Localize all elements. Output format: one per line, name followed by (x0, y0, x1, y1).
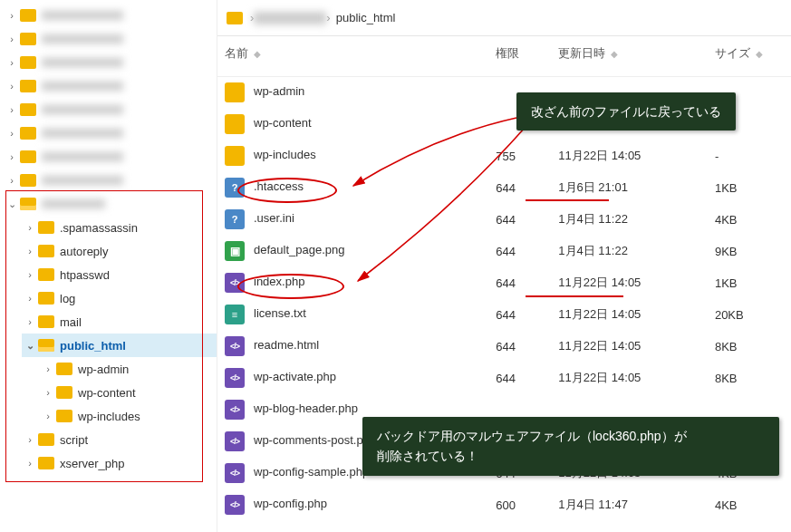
tree-item-wpcontent[interactable]: ›wp-content (40, 381, 217, 404)
col-date[interactable]: 更新日時 ◆ (551, 36, 708, 77)
code-file-icon (225, 273, 245, 293)
tree-item-wpincludes[interactable]: ›wp-includes (40, 404, 217, 428)
file-date: 11月22日 14:05 (551, 267, 708, 299)
tree-item-obscured[interactable]: › (4, 169, 217, 192)
tree-item-label: script (60, 433, 88, 447)
file-name: license.txt (254, 306, 306, 320)
tree-item-wpadmin[interactable]: ›wp-admin (40, 357, 217, 381)
file-row[interactable]: .user.ini6441月4日 11:224KB (217, 204, 791, 236)
file-row[interactable]: index.php64411月22日 14:051KB (217, 267, 791, 299)
folder-icon (20, 56, 36, 69)
sort-icon: ◆ (611, 49, 618, 59)
tree-item-obscured[interactable]: › (4, 98, 217, 121)
folder-icon (56, 410, 72, 422)
col-perm[interactable]: 権限 (488, 36, 551, 77)
file-size: - (708, 140, 791, 172)
tree-item-label: public_html (60, 339, 126, 353)
file-name: wp-comments-post.php (254, 433, 376, 447)
annotation-underline-date2 (526, 295, 623, 297)
tree-item-obscured[interactable]: › (4, 51, 217, 74)
tree-item-autoreply[interactable]: ›autoreply (22, 239, 217, 263)
unknown-file-icon (225, 178, 245, 198)
tree-item-label: wp-admin (78, 363, 129, 376)
breadcrumb: › › public_html (217, 0, 791, 36)
chevron-right-icon: › (5, 151, 18, 162)
chevron-right-icon: › (5, 175, 18, 186)
chevron-right-icon: › (5, 10, 18, 21)
file-row[interactable]: license.txt64411月22日 14:0520KB (217, 299, 791, 331)
file-perm: 644 (488, 236, 551, 267)
image-file-icon (225, 241, 245, 261)
tree-item-label: xserver_php (60, 457, 125, 470)
text-file-icon (225, 305, 245, 324)
col-size[interactable]: サイズ ◆ (708, 36, 791, 77)
tree-item-obscured[interactable]: › (4, 121, 217, 145)
tree-item-label: .spamassassin (60, 221, 138, 235)
col-name[interactable]: 名前 ◆ (217, 36, 488, 77)
tree-item-label: htpasswd (60, 268, 110, 282)
chevron-down-icon: ⌄ (5, 198, 18, 210)
file-name: .user.ini (254, 211, 294, 225)
file-date: 11月22日 14:05 (551, 299, 708, 331)
file-date: 11月22日 14:05 (551, 140, 708, 172)
file-row[interactable]: wp-includes75511月22日 14:05- (217, 140, 791, 172)
tree-item-log[interactable]: ›log (22, 286, 217, 310)
tree-item-script[interactable]: ›script (22, 428, 217, 451)
tree-root[interactable]: ⌄ (4, 192, 217, 216)
file-row[interactable]: wp-activate.php64411月22日 14:058KB (217, 363, 791, 394)
folder-icon (225, 114, 245, 134)
breadcrumb-current[interactable]: public_html (331, 11, 401, 24)
file-name: wp-activate.php (254, 370, 336, 383)
file-name: .htaccess (254, 179, 304, 193)
code-file-icon (225, 336, 245, 356)
folder-icon (20, 103, 36, 116)
chevron-icon: › (24, 434, 36, 445)
tree-item-publichtml[interactable]: ⌄public_html (22, 334, 217, 357)
file-row[interactable]: .htaccess6441月6日 21:011KB (217, 172, 791, 204)
folder-icon (56, 363, 72, 375)
folder-icon (38, 315, 54, 328)
tree-item-htpasswd[interactable]: ›htpasswd (22, 263, 217, 286)
chevron-right-icon: › (5, 104, 18, 115)
file-name: wp-blog-header.php (254, 401, 358, 415)
chevron-icon: › (24, 458, 36, 469)
sort-icon: ◆ (756, 49, 763, 59)
file-name: wp-content (254, 116, 312, 130)
file-name: wp-includes (254, 148, 316, 161)
file-row[interactable]: default_page.png6441月4日 11:229KB (217, 236, 791, 267)
chevron-right-icon: › (42, 363, 54, 374)
file-row[interactable]: wp-config.php6001月4日 11:474KB (217, 489, 791, 521)
file-size: 20KB (708, 299, 791, 331)
file-perm: 755 (488, 140, 551, 172)
tree-item-obscured[interactable]: › (4, 27, 217, 51)
tree-item-spamassassin[interactable]: ›.spamassassin (22, 216, 217, 239)
folder-icon (20, 80, 36, 92)
tree-item-xserverphp[interactable]: ›xserver_php (22, 451, 217, 475)
file-perm: 644 (488, 299, 551, 331)
code-file-icon (225, 400, 245, 420)
main-panel: › › public_html 名前 ◆ 権限 更新日時 ◆ サイズ ◆ wp-… (217, 0, 791, 532)
tree-item-label: mail (60, 315, 82, 329)
folder-icon (20, 9, 36, 22)
folder-open-icon (20, 198, 36, 210)
chevron-right-icon: › (5, 34, 18, 44)
file-perm: 644 (488, 363, 551, 394)
file-name: index.php (254, 275, 304, 288)
tree-item-obscured[interactable]: › (4, 74, 217, 98)
breadcrumb-segment-obscured[interactable] (254, 12, 326, 24)
annotation-callout-bottom: バックドア用のマルウェアファイル（lock360.php）が 削除されている！ (362, 417, 779, 476)
tree-item-obscured[interactable]: › (4, 145, 217, 169)
tree-item-mail[interactable]: ›mail (22, 310, 217, 334)
file-size: 8KB (708, 331, 791, 363)
file-name: default_page.png (254, 243, 344, 256)
tree-item-label: autoreply (60, 245, 108, 258)
code-file-icon (225, 463, 245, 483)
folder-icon (38, 221, 54, 234)
tree-item-obscured[interactable]: › (4, 4, 217, 27)
tree-item-label: wp-includes (78, 410, 140, 423)
chevron-icon: › (24, 246, 36, 256)
file-date: 1月4日 11:22 (551, 236, 708, 267)
file-date: 11月22日 14:05 (551, 363, 708, 394)
chevron-right-icon: › (42, 387, 54, 398)
file-row[interactable]: readme.html64411月22日 14:058KB (217, 331, 791, 363)
